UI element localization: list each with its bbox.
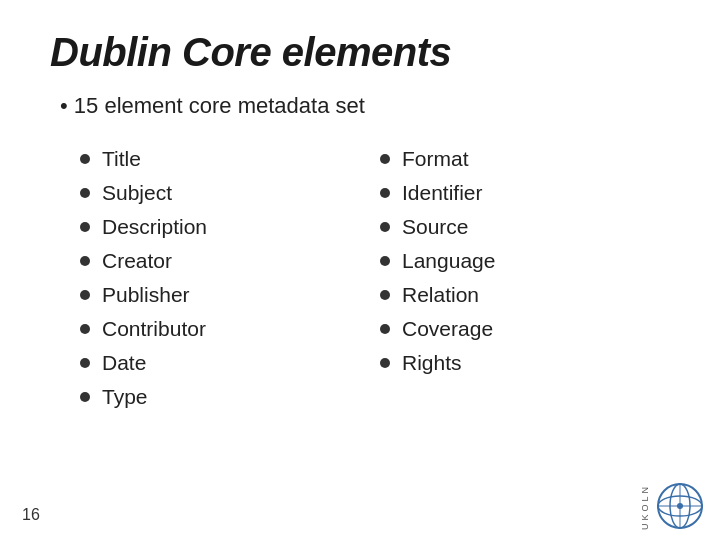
bullet-icon: • bbox=[60, 93, 74, 118]
left-column: TitleSubjectDescriptionCreatorPublisherC… bbox=[80, 147, 320, 409]
list-item: Type bbox=[80, 385, 320, 409]
list-item: Contributor bbox=[80, 317, 320, 341]
bullet-icon bbox=[80, 392, 90, 402]
bullet-icon bbox=[380, 358, 390, 368]
list-item: Description bbox=[80, 215, 320, 239]
bullet-icon bbox=[80, 358, 90, 368]
list-item: Subject bbox=[80, 181, 320, 205]
list-item: Source bbox=[380, 215, 560, 239]
bullet-icon bbox=[380, 324, 390, 334]
ukoln-label: UKOLN bbox=[640, 484, 650, 530]
logo-area: UKOLN bbox=[640, 482, 704, 530]
list-item: Date bbox=[80, 351, 320, 375]
list-item: Language bbox=[380, 249, 560, 273]
bullet-icon bbox=[380, 290, 390, 300]
bullet-icon bbox=[80, 222, 90, 232]
bullet-icon bbox=[80, 188, 90, 198]
bullet-icon bbox=[380, 154, 390, 164]
bullet-icon bbox=[380, 188, 390, 198]
list-item: Title bbox=[80, 147, 320, 171]
slide: Dublin Core elements • 15 element core m… bbox=[0, 0, 720, 540]
slide-subtitle: • 15 element core metadata set bbox=[50, 93, 670, 119]
bullet-icon bbox=[80, 324, 90, 334]
list-item: Coverage bbox=[380, 317, 560, 341]
list-item: Relation bbox=[380, 283, 560, 307]
content-area: TitleSubjectDescriptionCreatorPublisherC… bbox=[50, 147, 670, 409]
bullet-icon bbox=[80, 256, 90, 266]
list-item: Identifier bbox=[380, 181, 560, 205]
slide-title: Dublin Core elements bbox=[50, 30, 670, 75]
list-item: Publisher bbox=[80, 283, 320, 307]
right-column: FormatIdentifierSourceLanguageRelationCo… bbox=[320, 147, 560, 409]
bullet-icon bbox=[80, 290, 90, 300]
list-item: Rights bbox=[380, 351, 560, 375]
bullet-icon bbox=[380, 256, 390, 266]
list-item: Creator bbox=[80, 249, 320, 273]
bullet-icon bbox=[380, 222, 390, 232]
bullet-icon bbox=[80, 154, 90, 164]
slide-number: 16 bbox=[22, 506, 40, 524]
ukoln-logo bbox=[656, 482, 704, 530]
list-item: Format bbox=[380, 147, 560, 171]
